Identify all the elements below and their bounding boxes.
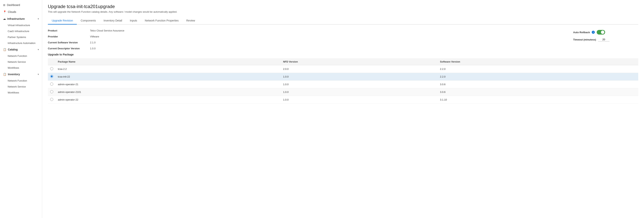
current-sw-version-value: 2.1.0 <box>90 41 96 44</box>
col-sw-version: Software Version <box>438 58 638 65</box>
package-radio[interactable] <box>50 82 53 86</box>
sidebar-section-inventory[interactable]: 📋 Inventory ▾ <box>0 71 42 78</box>
package-radio[interactable] <box>50 75 53 78</box>
sw-version-cell: 3.1.10 <box>438 96 638 104</box>
package-name-cell: tcsa-init-22 <box>56 73 281 81</box>
provider-label: Provider <box>48 35 90 38</box>
package-name-cell: admin-operator-2101 <box>56 88 281 96</box>
infrastructure-chevron: ▾ <box>38 18 39 20</box>
sidebar-item-inventory-workflows[interactable]: Workflows <box>0 90 42 95</box>
tab-upgrade-revision[interactable]: Upgrade Revision <box>48 17 77 25</box>
sidebar-item-virtual-infrastructure[interactable]: Virtual Infrastructure <box>0 22 42 28</box>
dashboard-icon: ⊞ <box>3 4 5 7</box>
left-column: Product Telco Cloud Service Assurance Pr… <box>48 29 573 53</box>
current-desc-version-row: Current Descriptor Version 1.0.0 <box>48 47 573 50</box>
product-label: Product <box>48 29 90 32</box>
content-area: Upgrade tcsa-init-tca201upgrade This wil… <box>42 0 644 218</box>
nfd-version-cell: 1.0.0 <box>281 88 438 96</box>
tab-inputs[interactable]: Inputs <box>126 17 141 25</box>
auto-rollback-row: Auto Rollback i <box>573 30 605 35</box>
sidebar: ⊞ Dashboard 📍 Clouds ☁ Infrastructure ▾ … <box>0 0 42 218</box>
package-section-title: Upgrade to Package <box>48 53 638 56</box>
package-radio[interactable] <box>50 90 53 93</box>
catalog-chevron: ▾ <box>38 48 39 51</box>
sidebar-item-inventory-network-function[interactable]: Network Function <box>0 78 42 84</box>
tab-network-function-properties[interactable]: Network Function Properties <box>141 17 182 25</box>
nfd-version-cell: 1.0.0 <box>281 96 438 104</box>
auto-rollback-label: Auto Rollback <box>573 31 590 34</box>
inventory-chevron: ▾ <box>38 73 39 76</box>
catalog-icon: 📋 <box>3 48 6 51</box>
table-row: tcsa-2.2 2.0.0 2.2.0 <box>48 65 638 73</box>
sidebar-item-catalog-workflows[interactable]: Workflows <box>0 65 42 71</box>
provider-value: VMware <box>90 35 99 38</box>
sidebar-section-infrastructure[interactable]: ☁ Infrastructure ▾ <box>0 15 42 22</box>
sidebar-item-dashboard[interactable]: ⊞ Dashboard <box>0 2 42 9</box>
tab-components[interactable]: Components <box>77 17 100 25</box>
radio-cell[interactable] <box>48 65 56 73</box>
infrastructure-icon: ☁ <box>3 17 6 20</box>
sidebar-item-infrastructure-automation[interactable]: Infrastructure Automation <box>0 40 42 46</box>
table-row: admin-operator-21 1.0.0 3.0.6 <box>48 81 638 88</box>
col-radio <box>48 58 56 65</box>
package-name-cell: admin-operator-22 <box>56 96 281 104</box>
nfd-version-cell: 1.0.0 <box>281 73 438 81</box>
form-layout: Product Telco Cloud Service Assurance Pr… <box>48 29 638 53</box>
sidebar-item-partner-systems[interactable]: Partner Systems <box>0 34 42 40</box>
package-name-cell: tcsa-2.2 <box>56 65 281 73</box>
col-nfd-version: NFD Version <box>281 58 438 65</box>
tab-review[interactable]: Review <box>182 17 199 25</box>
provider-field-row: Provider VMware <box>48 35 573 38</box>
table-row: admin-operator-2101 1.0.0 3.0.6 <box>48 88 638 96</box>
sidebar-item-clouds[interactable]: 📍 Clouds <box>0 9 42 15</box>
product-field-row: Product Telco Cloud Service Assurance <box>48 29 573 32</box>
package-name-cell: admin-operator-21 <box>56 81 281 88</box>
current-sw-version-row: Current Software Version 2.1.0 <box>48 41 573 44</box>
table-row: tcsa-init-22 1.0.0 2.2.0 <box>48 73 638 81</box>
col-package-name: Package Name <box>56 58 281 65</box>
page-title: Upgrade tcsa-init-tca201upgrade <box>48 4 638 9</box>
sidebar-item-caas-infrastructure[interactable]: CaaS Infrastructure <box>0 28 42 34</box>
timeout-input[interactable] <box>598 38 610 41</box>
current-desc-version-value: 1.0.0 <box>90 47 96 50</box>
sidebar-item-catalog-network-service[interactable]: Network Service <box>0 59 42 65</box>
tab-inventory-detail[interactable]: Inventory Detail <box>100 17 126 25</box>
package-table: Package Name NFD Version Software Versio… <box>48 58 638 104</box>
tab-bar: Upgrade Revision Components Inventory De… <box>48 17 638 25</box>
product-value: Telco Cloud Service Assurance <box>90 29 124 32</box>
current-sw-version-label: Current Software Version <box>48 41 90 44</box>
table-row: admin-operator-22 1.0.0 3.1.10 <box>48 96 638 104</box>
inventory-icon: 📋 <box>3 73 6 76</box>
timeout-label: Timeout (minutess) <box>573 38 596 41</box>
sw-version-cell: 2.2.0 <box>438 73 638 81</box>
clouds-icon: 📍 <box>3 10 6 14</box>
sidebar-section-catalog[interactable]: 📋 Catalog ▾ <box>0 46 42 53</box>
package-radio[interactable] <box>50 98 53 101</box>
auto-rollback-info-icon[interactable]: i <box>592 31 595 34</box>
auto-rollback-toggle[interactable] <box>597 30 605 35</box>
radio-cell[interactable] <box>48 73 56 81</box>
package-radio[interactable] <box>50 67 53 70</box>
main-content: Upgrade tcsa-init-tca201upgrade This wil… <box>42 0 644 218</box>
package-section: Upgrade to Package Package Name NFD Vers… <box>48 53 638 104</box>
sidebar-item-catalog-network-function[interactable]: Network Function <box>0 53 42 59</box>
nfd-version-cell: 1.0.0 <box>281 81 438 88</box>
sw-version-cell: 3.0.6 <box>438 88 638 96</box>
radio-cell[interactable] <box>48 96 56 104</box>
sidebar-item-inventory-network-service[interactable]: Network Service <box>0 84 42 90</box>
radio-cell[interactable] <box>48 81 56 88</box>
timeout-row: Timeout (minutess) <box>573 38 610 41</box>
current-desc-version-label: Current Descriptor Version <box>48 47 90 50</box>
radio-cell[interactable] <box>48 88 56 96</box>
sw-version-cell: 3.0.6 <box>438 81 638 88</box>
right-column: Auto Rollback i Timeout (minutess) <box>573 29 638 53</box>
sw-version-cell: 2.2.0 <box>438 65 638 73</box>
nfd-version-cell: 2.0.0 <box>281 65 438 73</box>
table-header-row: Package Name NFD Version Software Versio… <box>48 58 638 65</box>
page-subtitle: This will upgrade the Network Function c… <box>48 10 638 13</box>
